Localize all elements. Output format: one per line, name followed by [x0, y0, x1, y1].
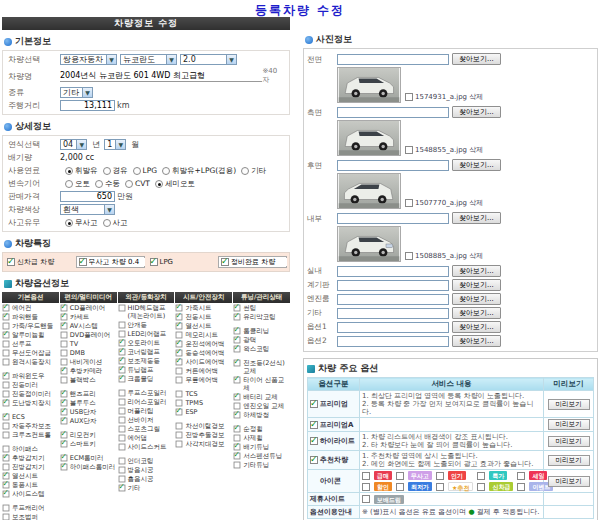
preview-button[interactable]: 미리보기	[548, 419, 590, 430]
option-checkbox[interactable]	[60, 418, 67, 425]
photo-file-input[interactable]	[337, 294, 449, 305]
maker-model-select-0[interactable]: 쌍용자동차▼	[60, 54, 117, 65]
option-checkbox[interactable]	[3, 414, 10, 421]
option-checkbox[interactable]	[3, 314, 10, 321]
option-checkbox[interactable]	[60, 323, 67, 330]
main-option-checkbox[interactable]	[310, 421, 318, 429]
car-name-input[interactable]	[60, 71, 262, 82]
option-checkbox[interactable]	[118, 322, 125, 329]
photo-file-input[interactable]	[337, 160, 449, 171]
option-checkbox[interactable]	[118, 426, 125, 433]
feature-checkbox[interactable]	[150, 258, 158, 266]
feature-checkbox[interactable]	[221, 258, 229, 266]
icon-checkbox[interactable]	[436, 483, 444, 491]
option-checkbox[interactable]	[176, 323, 183, 330]
option-checkbox[interactable]	[118, 390, 125, 397]
photo-file-input[interactable]	[337, 322, 449, 333]
feature-checkbox[interactable]	[79, 258, 87, 266]
option-checkbox[interactable]	[234, 462, 241, 469]
option-checkbox[interactable]	[234, 412, 241, 419]
month-select[interactable]: 1 ▼	[104, 139, 126, 150]
preview-button[interactable]: 미리보기	[548, 436, 590, 447]
photo-file-input[interactable]	[337, 336, 449, 347]
kind-select[interactable]: 기타 ▼	[60, 87, 93, 98]
feature-input[interactable]	[231, 258, 287, 266]
gear-radio[interactable]	[95, 180, 103, 188]
option-checkbox[interactable]	[3, 332, 10, 339]
delete-checkbox[interactable]	[405, 199, 413, 207]
price-input[interactable]	[60, 191, 115, 202]
accident-radio[interactable]	[65, 219, 73, 227]
option-checkbox[interactable]	[118, 435, 125, 442]
fuel-radio[interactable]	[103, 167, 111, 175]
option-checkbox[interactable]	[118, 485, 125, 492]
delete-checkbox[interactable]	[405, 93, 413, 101]
photo-file-input[interactable]	[337, 266, 449, 277]
option-checkbox[interactable]	[234, 426, 241, 433]
option-checkbox[interactable]	[3, 432, 10, 439]
browse-button[interactable]: 찾아보기...	[452, 265, 501, 277]
option-checkbox[interactable]	[3, 505, 10, 512]
option-checkbox[interactable]	[60, 464, 67, 471]
option-checkbox[interactable]	[176, 368, 183, 375]
icon-checkbox[interactable]	[477, 483, 485, 491]
main-option-checkbox[interactable]	[310, 437, 318, 445]
option-checkbox[interactable]	[60, 441, 67, 448]
feature-checkbox[interactable]	[7, 258, 15, 266]
option-checkbox[interactable]	[234, 394, 241, 401]
browse-button[interactable]: 찾아보기...	[452, 212, 501, 224]
option-checkbox[interactable]	[60, 332, 67, 339]
option-checkbox[interactable]	[3, 341, 10, 348]
year-select[interactable]: 04 ▼	[60, 139, 87, 150]
fuel-radio[interactable]	[162, 167, 170, 175]
browse-button[interactable]: 찾아보기...	[452, 293, 501, 305]
main-option-checkbox[interactable]	[310, 400, 318, 408]
icon-checkbox[interactable]	[362, 483, 370, 491]
icon-checkbox[interactable]	[517, 483, 525, 491]
option-checkbox[interactable]	[176, 359, 183, 366]
browse-button[interactable]: 찾아보기...	[452, 321, 501, 333]
fuel-radio[interactable]	[65, 167, 73, 175]
option-checkbox[interactable]	[176, 409, 183, 416]
photo-file-input[interactable]	[337, 54, 449, 65]
option-checkbox[interactable]	[234, 360, 241, 367]
browse-button[interactable]: 찾아보기...	[452, 53, 501, 65]
option-checkbox[interactable]	[118, 467, 125, 474]
option-checkbox[interactable]	[3, 350, 10, 357]
option-checkbox[interactable]	[60, 377, 67, 384]
preview-button[interactable]: 미리보기	[548, 455, 590, 466]
icon-checkbox[interactable]	[396, 472, 404, 480]
gear-radio[interactable]	[155, 180, 163, 188]
photo-file-input[interactable]	[337, 280, 449, 291]
browse-button[interactable]: 찾아보기...	[452, 279, 501, 291]
icon-checkbox[interactable]	[436, 472, 444, 480]
option-checkbox[interactable]	[118, 305, 125, 312]
icon-checkbox[interactable]	[396, 483, 404, 491]
fuel-radio[interactable]	[241, 167, 249, 175]
option-checkbox[interactable]	[3, 359, 10, 366]
option-checkbox[interactable]	[118, 417, 125, 424]
option-checkbox[interactable]	[3, 455, 10, 462]
preview-button[interactable]: 미리보기	[548, 399, 590, 410]
partner-checkbox[interactable]	[362, 495, 370, 503]
option-checkbox[interactable]	[3, 382, 10, 389]
option-checkbox[interactable]	[3, 373, 10, 380]
option-checkbox[interactable]	[60, 341, 67, 348]
option-checkbox[interactable]	[3, 514, 10, 520]
maker-model-select-2[interactable]: 2.0▼	[180, 54, 237, 65]
delete-checkbox[interactable]	[405, 252, 413, 260]
option-checkbox[interactable]	[234, 314, 241, 321]
mileage-input[interactable]	[60, 100, 115, 111]
preview-button[interactable]: 미리보기	[548, 476, 590, 487]
option-checkbox[interactable]	[118, 408, 125, 415]
option-checkbox[interactable]	[3, 491, 10, 498]
photo-file-input[interactable]	[337, 308, 449, 319]
option-checkbox[interactable]	[118, 458, 125, 465]
gear-radio[interactable]	[65, 180, 73, 188]
icon-checkbox[interactable]	[362, 472, 370, 480]
option-checkbox[interactable]	[176, 391, 183, 398]
icon-checkbox[interactable]	[477, 472, 485, 480]
maker-model-select-1[interactable]: 뉴코란도▼	[120, 54, 177, 65]
option-checkbox[interactable]	[176, 377, 183, 384]
accident-radio[interactable]	[103, 219, 111, 227]
